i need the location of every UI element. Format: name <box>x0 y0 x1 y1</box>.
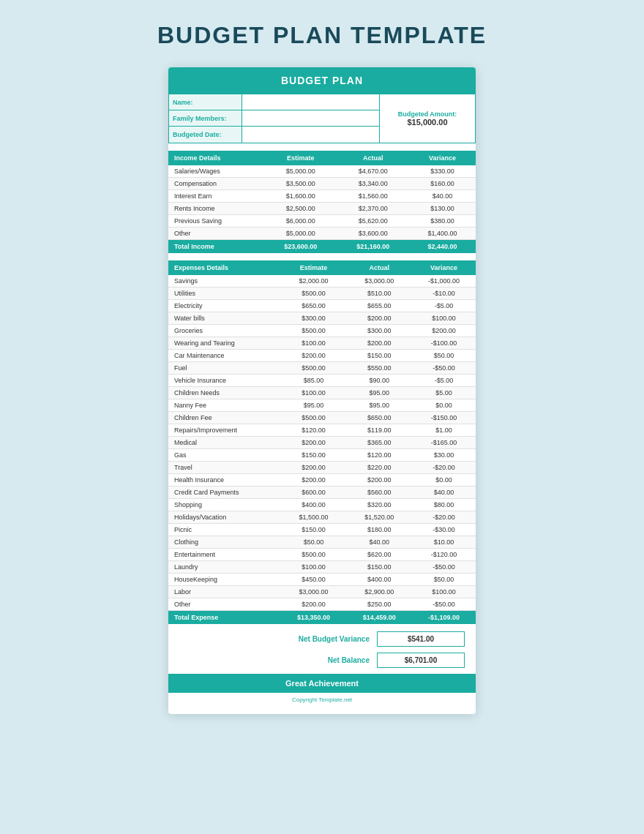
expenses-row-actual: $560.00 <box>346 487 412 499</box>
expenses-row-variance: $0.00 <box>412 474 476 487</box>
expenses-row-variance: $200.00 <box>412 325 476 337</box>
income-row-label: Interest Earn <box>168 190 264 203</box>
expenses-col-estimate: Estimate <box>281 260 347 275</box>
expenses-row-estimate: $200.00 <box>281 598 347 611</box>
expenses-row-label: Electricity <box>168 300 281 312</box>
income-row-variance: $160.00 <box>409 178 476 190</box>
expenses-row: Other $200.00 $250.00 -$50.00 <box>168 598 476 611</box>
expenses-row-actual: $120.00 <box>346 449 412 462</box>
expenses-row-variance: -$150.00 <box>412 412 476 424</box>
expenses-row-actual: $90.00 <box>346 375 412 387</box>
expenses-row-variance: $80.00 <box>412 499 476 511</box>
expenses-row-actual: $200.00 <box>346 337 412 350</box>
expenses-row-label: Other <box>168 598 281 611</box>
expenses-row-estimate: $50.00 <box>281 536 347 549</box>
income-row-actual: $5,620.00 <box>337 215 409 228</box>
expenses-total-row: Total Expense $13,350.00 $14,459.00 -$1,… <box>168 611 476 625</box>
expenses-row-actual: $150.00 <box>346 350 412 362</box>
expenses-table: Expenses Details Estimate Actual Varianc… <box>168 260 476 624</box>
expenses-row-label: Medical <box>168 437 281 449</box>
expenses-row-estimate: $100.00 <box>281 561 347 574</box>
expenses-row-label: Clothing <box>168 536 281 549</box>
expenses-row-actual: $2,900.00 <box>346 586 412 598</box>
income-total-actual: $21,160.00 <box>337 240 409 254</box>
expenses-row-label: Health Insurance <box>168 474 281 487</box>
info-family-row: Family Members: <box>169 110 379 127</box>
expenses-row-estimate: $1,500.00 <box>281 511 347 524</box>
info-right: Budgeted Amount: $15,000.00 <box>380 94 475 143</box>
expenses-row-variance: $0.00 <box>412 399 476 412</box>
income-row: Compensation $3,500.00 $3,340.00 $160.00 <box>168 178 476 190</box>
expenses-row-label: Children Fee <box>168 412 281 424</box>
expenses-row-label: Wearing and Tearing <box>168 337 281 350</box>
expenses-row: Entertainment $500.00 $620.00 -$120.00 <box>168 549 476 561</box>
expenses-row-estimate: $3,000.00 <box>281 586 347 598</box>
income-col-variance: Variance <box>409 151 476 165</box>
expenses-row-label: Entertainment <box>168 549 281 561</box>
expenses-row-label: Repairs/Improvement <box>168 424 281 437</box>
expenses-row-variance: $100.00 <box>412 586 476 598</box>
expenses-row-estimate: $150.00 <box>281 449 347 462</box>
expenses-row: Travel $200.00 $220.00 -$20.00 <box>168 462 476 474</box>
income-total-row: Total Income $23,600.00 $21,160.00 $2,44… <box>168 240 476 254</box>
expenses-row-estimate: $100.00 <box>281 387 347 399</box>
expenses-row-variance: $100.00 <box>412 312 476 325</box>
expenses-row-actual: $200.00 <box>346 312 412 325</box>
expenses-row-estimate: $600.00 <box>281 487 347 499</box>
income-row: Salaries/Wages $5,000.00 $4,670.00 $330.… <box>168 165 476 178</box>
expenses-row-actual: $180.00 <box>346 524 412 536</box>
expenses-row-label: Credit Card Payments <box>168 487 281 499</box>
expenses-row-variance: $1.00 <box>412 424 476 437</box>
income-row-label: Compensation <box>168 178 264 190</box>
expenses-row-variance: -$10.00 <box>412 288 476 300</box>
expenses-row-estimate: $450.00 <box>281 574 347 586</box>
expenses-row-estimate: $650.00 <box>281 300 347 312</box>
expenses-row-estimate: $200.00 <box>281 350 347 362</box>
expenses-row-actual: $119.00 <box>346 424 412 437</box>
expenses-row: HouseKeeping $450.00 $400.00 $50.00 <box>168 574 476 586</box>
family-label: Family Members: <box>169 110 242 126</box>
income-table: Income Details Estimate Actual Variance … <box>168 151 476 253</box>
expenses-row-label: Laundry <box>168 561 281 574</box>
expenses-row-estimate: $500.00 <box>281 412 347 424</box>
copyright: Copyright Template.net <box>168 696 476 703</box>
info-left: Name: Family Members: Budgeted Date: <box>169 94 380 143</box>
net-budget-row: Net Budget Variance $541.00 <box>179 631 465 647</box>
expenses-row-label: Car Maintenance <box>168 350 281 362</box>
expenses-row-actual: $1,520.00 <box>346 511 412 524</box>
expenses-row-variance: $50.00 <box>412 350 476 362</box>
income-row: Interest Earn $1,600.00 $1,560.00 $40.00 <box>168 190 476 203</box>
expenses-row-variance: -$165.00 <box>412 437 476 449</box>
expenses-row-actual: $650.00 <box>346 412 412 424</box>
expenses-row-actual: $95.00 <box>346 387 412 399</box>
expenses-row-actual: $620.00 <box>346 549 412 561</box>
net-balance-label: Net Balance <box>179 656 377 664</box>
net-budget-label: Net Budget Variance <box>179 635 377 643</box>
expenses-row-actual: $250.00 <box>346 598 412 611</box>
expenses-row: Groceries $500.00 $300.00 $200.00 <box>168 325 476 337</box>
date-value <box>242 127 379 143</box>
expenses-row: Savings $2,000.00 $3,000.00 -$1,000.00 <box>168 275 476 288</box>
info-name-row: Name: <box>169 94 379 110</box>
expenses-row-label: Children Needs <box>168 387 281 399</box>
expenses-row-label: HouseKeeping <box>168 574 281 586</box>
expenses-row: Children Fee $500.00 $650.00 -$150.00 <box>168 412 476 424</box>
expenses-row-variance: $5.00 <box>412 387 476 399</box>
expenses-row-estimate: $100.00 <box>281 337 347 350</box>
expenses-row-estimate: $200.00 <box>281 462 347 474</box>
expenses-row: Medical $200.00 $365.00 -$165.00 <box>168 437 476 449</box>
expenses-row-estimate: $500.00 <box>281 549 347 561</box>
expenses-row-actual: $510.00 <box>346 288 412 300</box>
page-title: BUDGET PLAN TEMPLATE <box>157 22 487 49</box>
expenses-row-estimate: $120.00 <box>281 424 347 437</box>
expenses-total-actual: $14,459.00 <box>346 611 412 625</box>
info-date-row: Budgeted Date: <box>169 127 379 143</box>
achievement-bar: Great Achievement <box>168 674 476 693</box>
expenses-row: Gas $150.00 $120.00 $30.00 <box>168 449 476 462</box>
expenses-row: Vehicle Insurance $85.00 $90.00 -$5.00 <box>168 375 476 387</box>
income-row-variance: $380.00 <box>409 215 476 228</box>
expenses-row-variance: -$120.00 <box>412 549 476 561</box>
expenses-row: Health Insurance $200.00 $200.00 $0.00 <box>168 474 476 487</box>
income-total-estimate: $23,600.00 <box>264 240 337 254</box>
info-section: Name: Family Members: Budgeted Date: Bud… <box>168 94 476 143</box>
